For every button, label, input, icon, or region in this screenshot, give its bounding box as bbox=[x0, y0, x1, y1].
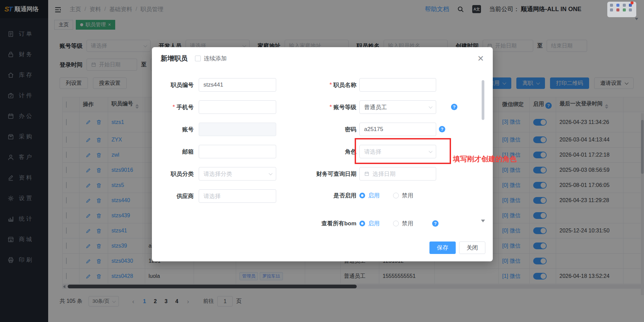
input-职员名称[interactable] bbox=[359, 78, 436, 92]
field-value: 普通员工 bbox=[364, 103, 426, 111]
field-label-text: 财务可查询日期 bbox=[316, 170, 356, 178]
form-row-查看所有bom: 查看所有bom启用禁用? bbox=[152, 217, 493, 230]
form-row-财务可查询日期: 财务可查询日期选择日期 bbox=[152, 167, 493, 181]
extension-icons bbox=[610, 4, 634, 11]
form-row-账号等级: *账号等级普通员工? bbox=[152, 100, 493, 114]
radio-button[interactable] bbox=[359, 193, 365, 198]
field-label-text: 密码 bbox=[345, 126, 356, 133]
annotation-note: 填写刚才创建的角色 bbox=[453, 154, 517, 164]
save-button[interactable]: 保存 bbox=[429, 242, 456, 254]
field-placeholder: 选择日期 bbox=[373, 170, 431, 178]
radio-group-是否启用: 启用禁用 bbox=[359, 189, 422, 202]
field-label: 是否启用 bbox=[273, 189, 356, 202]
input-密码[interactable]: a25175 bbox=[359, 123, 436, 136]
help-icon[interactable]: ? bbox=[432, 220, 439, 227]
modal-scrollbar-thumb[interactable] bbox=[482, 80, 484, 120]
field-label: 密码 bbox=[273, 123, 356, 136]
radio-button[interactable] bbox=[393, 193, 399, 198]
radio-option-启用[interactable]: 启用 bbox=[359, 192, 380, 199]
field-value: a25175 bbox=[364, 126, 431, 133]
form-row-密码: 密码a25175? bbox=[152, 123, 493, 136]
field-label-text: 是否启用 bbox=[333, 192, 356, 199]
extension-icon bbox=[616, 8, 619, 11]
required-star: * bbox=[329, 104, 332, 110]
radio-option-启用[interactable]: 启用 bbox=[359, 220, 380, 227]
field-label: 角色 bbox=[273, 145, 356, 158]
extension-icon bbox=[610, 4, 613, 7]
chevron-down-icon bbox=[635, 18, 638, 20]
modal-scrollbar[interactable] bbox=[482, 77, 484, 229]
calendar-icon bbox=[364, 171, 369, 176]
radio-button[interactable] bbox=[393, 221, 399, 226]
extension-icon bbox=[616, 4, 619, 7]
date-财务可查询日期[interactable]: 选择日期 bbox=[359, 167, 436, 181]
extension-icon bbox=[623, 8, 626, 11]
radio-label: 启用 bbox=[368, 192, 380, 199]
notification-dot bbox=[631, 1, 634, 4]
field-label-text: 查看所有bom bbox=[321, 220, 356, 227]
radio-button[interactable] bbox=[359, 221, 365, 226]
required-star: * bbox=[329, 82, 332, 88]
role-field-highlight-box bbox=[355, 138, 451, 164]
extension-icon bbox=[610, 8, 613, 11]
form-row-职员名称: *职员名称 bbox=[152, 78, 493, 92]
cancel-button[interactable]: 关闭 bbox=[459, 242, 485, 254]
field-label: *职员名称 bbox=[273, 78, 356, 92]
help-icon[interactable]: ? bbox=[451, 104, 457, 110]
help-icon[interactable]: ? bbox=[439, 126, 445, 132]
radio-group-查看所有bom: 启用禁用? bbox=[359, 217, 439, 230]
form-row-是否启用: 是否启用启用禁用 bbox=[152, 189, 493, 202]
field-label-text: 职员名称 bbox=[333, 81, 356, 89]
radio-label: 禁用 bbox=[402, 220, 413, 227]
field-label: *账号等级 bbox=[273, 100, 356, 114]
chevron-down-icon bbox=[429, 105, 432, 108]
extension-icon bbox=[623, 4, 626, 7]
field-label-text: 账号等级 bbox=[333, 103, 356, 111]
radio-label: 禁用 bbox=[402, 192, 413, 199]
extension-icon bbox=[629, 8, 632, 11]
radio-option-禁用[interactable]: 禁用 bbox=[393, 220, 413, 227]
field-label: 财务可查询日期 bbox=[273, 167, 356, 181]
select-账号等级[interactable]: 普通员工 bbox=[359, 100, 436, 114]
radio-label: 启用 bbox=[368, 220, 380, 227]
browser-extension-widget[interactable] bbox=[607, 2, 636, 17]
modal-scroll-down-arrow[interactable] bbox=[481, 220, 485, 222]
radio-option-禁用[interactable]: 禁用 bbox=[393, 192, 413, 199]
field-label: 查看所有bom bbox=[273, 217, 356, 230]
